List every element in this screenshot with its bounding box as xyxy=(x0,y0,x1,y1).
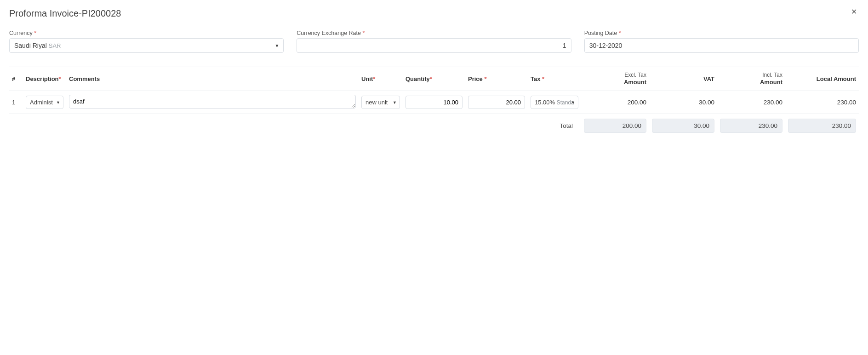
posting-date-label: Posting Date * xyxy=(584,30,859,36)
close-button[interactable]: ✕ xyxy=(849,8,859,16)
posting-date-label-text: Posting Date xyxy=(584,30,617,36)
total-excl-amount: 200.00 xyxy=(584,119,646,133)
header-description: Description* xyxy=(23,75,66,82)
header-comments: Comments xyxy=(66,75,359,82)
page-title: Proforma Invoice-PI200028 xyxy=(9,8,121,19)
grid-header: # Description* Comments Unit* Quantity* … xyxy=(9,67,859,91)
exchange-rate-label-text: Currency Exchange Rate xyxy=(297,30,361,36)
total-local-amount: 230.00 xyxy=(788,119,856,133)
currency-value-code: SAR xyxy=(49,42,61,49)
comments-input[interactable] xyxy=(69,95,356,109)
total-label: Total xyxy=(528,122,581,129)
row-local-amount: 230.00 xyxy=(785,99,859,106)
required-mark: * xyxy=(362,30,365,36)
row-idx: 1 xyxy=(9,99,23,106)
chevron-down-icon: ▼ xyxy=(56,100,60,105)
quantity-input[interactable] xyxy=(405,96,463,109)
description-select[interactable]: Administ ▼ xyxy=(26,96,63,109)
currency-label-text: Currency xyxy=(9,30,33,36)
chevron-down-icon: ▼ xyxy=(393,100,397,105)
exchange-rate-label: Currency Exchange Rate * xyxy=(297,30,571,36)
price-input[interactable] xyxy=(468,96,525,109)
tax-select[interactable]: 15.00% Standa ▼ xyxy=(531,96,578,109)
line-items-grid: # Description* Comments Unit* Quantity* … xyxy=(9,67,859,133)
totals-row: Total 200.00 30.00 230.00 230.00 xyxy=(9,114,859,133)
row-vat: 30.00 xyxy=(649,99,717,106)
required-mark: * xyxy=(619,30,621,36)
header-unit: Unit* xyxy=(359,75,403,82)
chevron-down-icon: ▼ xyxy=(571,100,575,105)
posting-date-input[interactable] xyxy=(584,38,859,53)
required-mark: * xyxy=(34,30,36,36)
row-excl-amount: 200.00 xyxy=(581,99,649,106)
unit-select[interactable]: new unit ▼ xyxy=(361,96,400,109)
currency-select[interactable]: Saudi Riyal SAR ▼ xyxy=(9,38,284,53)
currency-label: Currency * xyxy=(9,30,284,36)
table-row: 1 Administ ▼ new unit ▼ 15.00% Standa xyxy=(9,91,859,114)
header-local-amount: Local Amount xyxy=(785,75,859,82)
currency-value-name: Saudi Riyal xyxy=(14,42,47,49)
header-vat: VAT xyxy=(649,75,717,82)
header-price: Price * xyxy=(465,75,528,82)
header-idx: # xyxy=(9,75,23,82)
exchange-rate-input[interactable] xyxy=(297,38,571,53)
header-quantity: Quantity* xyxy=(403,75,465,82)
header-incl-amount: Incl. Tax Amount xyxy=(717,72,785,86)
form-row: Currency * Saudi Riyal SAR ▼ Currency Ex… xyxy=(9,30,859,53)
header-excl-amount: Excl. Tax Amount xyxy=(581,72,649,86)
header-tax: Tax * xyxy=(528,75,581,82)
row-incl-amount: 230.00 xyxy=(717,99,785,106)
total-vat: 30.00 xyxy=(652,119,714,133)
total-incl-amount: 230.00 xyxy=(720,119,782,133)
